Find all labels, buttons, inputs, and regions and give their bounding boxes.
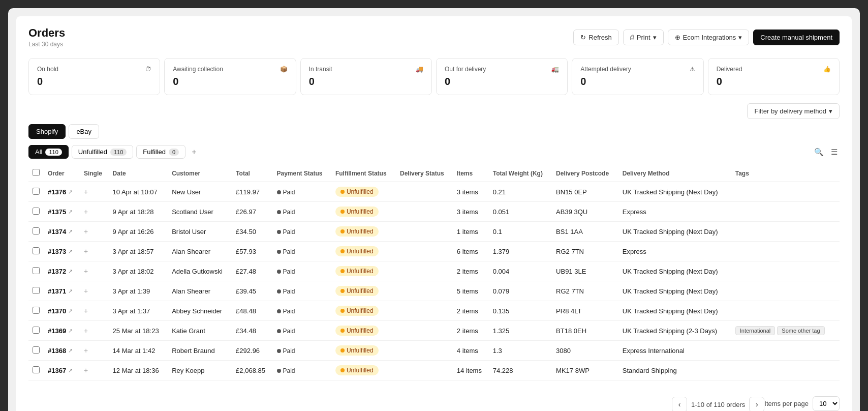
add-single-icon[interactable]: +	[84, 227, 88, 236]
stat-out-for-delivery[interactable]: Out for delivery 🚛 0	[436, 58, 568, 95]
row-checkbox-cell[interactable]	[28, 361, 44, 380]
order-link[interactable]: #1367	[48, 367, 66, 374]
row-single[interactable]: +	[80, 361, 109, 380]
tab-shopify[interactable]: Shopify	[28, 124, 66, 139]
row-single[interactable]: +	[80, 321, 109, 341]
add-single-icon[interactable]: +	[84, 188, 88, 196]
select-all-header[interactable]	[28, 165, 44, 182]
filter-icon-button[interactable]: ☰	[829, 145, 840, 159]
row-payment: Paid	[273, 222, 331, 242]
row-checkbox-cell[interactable]	[28, 301, 44, 321]
row-checkbox-cell[interactable]	[28, 261, 44, 281]
tab-fulfilled[interactable]: Fulfilled 0	[136, 145, 185, 159]
tab-ebay[interactable]: eBay	[69, 124, 99, 139]
add-single-icon[interactable]: +	[84, 366, 88, 374]
fulfillment-dot	[340, 190, 345, 194]
row-method: UK Tracked Shipping (Next Day)	[618, 281, 731, 301]
order-link[interactable]: #1376	[48, 188, 66, 196]
row-customer: Rey Koepp	[168, 361, 232, 380]
order-link[interactable]: #1371	[48, 287, 66, 295]
row-checkbox[interactable]	[33, 208, 40, 215]
external-link-icon[interactable]: ↗	[68, 209, 73, 215]
row-postcode: RG2 7TN	[552, 242, 618, 261]
row-postcode: PR8 4LT	[552, 301, 618, 321]
order-link[interactable]: #1374	[48, 228, 66, 236]
row-checkbox[interactable]	[33, 188, 40, 195]
row-single[interactable]: +	[80, 222, 109, 242]
add-single-icon[interactable]: +	[84, 287, 88, 295]
items-per-page-select[interactable]: 10 25 50	[813, 396, 840, 411]
row-single[interactable]: +	[80, 341, 109, 361]
row-checkbox-cell[interactable]	[28, 202, 44, 222]
add-single-icon[interactable]: +	[84, 267, 88, 275]
tab-all[interactable]: All 110	[28, 145, 69, 159]
row-checkbox[interactable]	[33, 267, 40, 274]
row-single[interactable]: +	[80, 301, 109, 321]
row-checkbox[interactable]	[33, 227, 40, 234]
row-checkbox-cell[interactable]	[28, 222, 44, 242]
order-link[interactable]: #1375	[48, 208, 66, 216]
row-method: Express International	[618, 341, 731, 361]
row-checkbox-cell[interactable]	[28, 242, 44, 261]
next-page-button[interactable]: ›	[749, 397, 764, 411]
refresh-button[interactable]: ↻ Refresh	[573, 30, 619, 45]
select-all-checkbox[interactable]	[33, 169, 40, 176]
add-tab-button[interactable]: +	[189, 146, 199, 158]
row-single[interactable]: +	[80, 261, 109, 281]
row-checkbox-cell[interactable]	[28, 341, 44, 361]
row-checkbox[interactable]	[33, 346, 40, 354]
order-link[interactable]: #1373	[48, 248, 66, 255]
add-single-icon[interactable]: +	[84, 247, 88, 255]
stat-attempted-delivery[interactable]: Attempted delivery ⚠ 0	[572, 58, 703, 95]
filter-delivery-method-button[interactable]: Filter by delivery method ▾	[747, 103, 840, 119]
add-single-icon[interactable]: +	[84, 327, 88, 335]
prev-page-button[interactable]: ‹	[672, 397, 687, 411]
external-link-icon[interactable]: ↗	[68, 347, 73, 354]
stat-on-hold[interactable]: On hold ⏱ 0	[28, 58, 160, 95]
row-checkbox-cell[interactable]	[28, 321, 44, 341]
order-link[interactable]: #1368	[48, 347, 66, 355]
tab-unfulfilled[interactable]: Unfulfilled 110	[72, 145, 133, 159]
fulfillment-dot	[340, 229, 345, 233]
row-checkbox-cell[interactable]	[28, 281, 44, 301]
row-fulfillment: Unfulfilled	[331, 341, 396, 361]
stat-in-transit[interactable]: In transit 🚚 0	[300, 58, 432, 95]
print-button[interactable]: ⎙ Print ▾	[623, 30, 664, 45]
row-checkbox[interactable]	[33, 307, 40, 314]
external-link-icon[interactable]: ↗	[68, 328, 73, 334]
truck-icon: 🚚	[416, 66, 423, 73]
order-link[interactable]: #1369	[48, 327, 66, 335]
add-single-icon[interactable]: +	[84, 346, 88, 355]
row-tags	[731, 182, 840, 202]
order-link[interactable]: #1372	[48, 268, 66, 275]
row-single[interactable]: +	[80, 281, 109, 301]
order-link[interactable]: #1370	[48, 307, 66, 315]
row-checkbox[interactable]	[33, 366, 40, 373]
row-delivery-status	[396, 182, 453, 202]
external-link-icon[interactable]: ↗	[68, 288, 73, 295]
external-link-icon[interactable]: ↗	[68, 367, 73, 374]
add-single-icon[interactable]: +	[84, 307, 88, 315]
ecom-integrations-button[interactable]: ⊕ Ecom Integrations ▾	[668, 30, 750, 45]
tag-badge: International	[735, 326, 776, 335]
stat-delivered[interactable]: Delivered 👍 0	[708, 58, 840, 95]
row-checkbox[interactable]	[33, 327, 40, 334]
external-link-icon[interactable]: ↗	[68, 228, 73, 235]
row-single[interactable]: +	[80, 182, 109, 202]
external-link-icon[interactable]: ↗	[68, 308, 73, 314]
row-checkbox-cell[interactable]	[28, 182, 44, 202]
footer-row: ‹ 1-10 of 110 orders › Items per page 10…	[28, 385, 840, 411]
external-link-icon[interactable]: ↗	[68, 248, 73, 255]
row-checkbox[interactable]	[33, 287, 40, 294]
search-icon-button[interactable]: 🔍	[812, 145, 826, 159]
row-checkbox[interactable]	[33, 247, 40, 254]
external-link-icon[interactable]: ↗	[68, 189, 73, 195]
row-single[interactable]: +	[80, 242, 109, 261]
external-link-icon[interactable]: ↗	[68, 268, 73, 275]
paid-dot	[277, 190, 281, 194]
stat-awaiting-collection[interactable]: Awaiting collection 📦 0	[164, 58, 296, 95]
row-single[interactable]: +	[80, 202, 109, 222]
row-postcode: MK17 8WP	[552, 361, 618, 380]
add-single-icon[interactable]: +	[84, 208, 88, 216]
create-manual-shipment-button[interactable]: Create manual shipment	[753, 30, 840, 45]
